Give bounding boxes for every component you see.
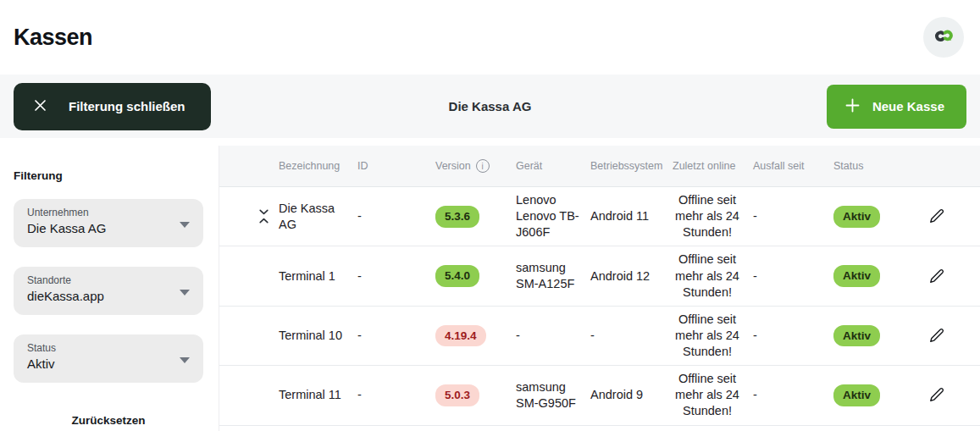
actions-cell — [914, 324, 980, 347]
actions-cell — [914, 265, 980, 288]
table-header-row: Bezeichnung ID Version i Gerät Betriebss… — [219, 146, 980, 187]
select-label: Standorte — [27, 274, 191, 286]
betriebssystem-cell: Android 9 — [590, 387, 673, 403]
status-badge: Aktiv — [833, 384, 880, 406]
col-ausfall-seit: Ausfall seit — [753, 160, 833, 172]
kassen-page: Kassen Filterung schließen Die Kassa AG — [0, 0, 980, 431]
version-cell: 5.0.3 — [435, 384, 516, 406]
pencil-icon — [929, 213, 944, 226]
bezeichnung-cell: Terminal 10 — [279, 328, 357, 344]
col-id: ID — [357, 160, 435, 172]
chevron-up-icon — [259, 218, 269, 224]
version-cell: 5.4.0 — [435, 265, 516, 287]
content: Filterung Unternehmen Die Kassa AG Stand… — [0, 146, 980, 431]
version-badge: 5.4.0 — [435, 265, 479, 287]
col-zuletzt-online: Zuletzt online — [673, 160, 753, 172]
pencil-icon — [929, 274, 944, 286]
expand-row-control[interactable] — [259, 209, 269, 224]
close-filter-button[interactable]: Filterung schließen — [14, 83, 211, 130]
zuletzt-online-text: Offline seit mehr als 24 Stunden! — [673, 312, 742, 360]
table-row: Terminal 11 - 5.0.3 samsung SM-G950F And… — [219, 366, 980, 425]
info-icon[interactable]: i — [476, 159, 490, 173]
ausfall-seit-cell: - — [753, 387, 833, 403]
zuletzt-online-cell: Offline seit mehr als 24 Stunden! — [673, 251, 753, 300]
pencil-icon — [929, 333, 944, 345]
new-kasse-button[interactable]: Neue Kasse — [827, 85, 966, 129]
status-badge: Aktiv — [833, 265, 880, 287]
top-header: Kassen — [0, 0, 980, 75]
new-kasse-label: Neue Kasse — [872, 99, 944, 113]
betriebssystem-cell: Android 11 — [590, 208, 673, 224]
filter-heading: Filterung — [14, 169, 203, 182]
bezeichnung-cell: Terminal 1 — [279, 268, 357, 285]
col-betriebssystem: Betriebssystem — [590, 160, 673, 172]
chevron-cell — [219, 388, 279, 402]
edit-button[interactable] — [926, 324, 948, 346]
status-cell: Aktiv — [833, 206, 914, 228]
page-title: Kassen — [14, 25, 92, 51]
zuletzt-online-cell: Offline seit mehr als 24 Stunden! — [673, 371, 753, 419]
betriebssystem-cell: Android 12 — [590, 268, 673, 285]
close-filter-label: Filterung schließen — [69, 99, 185, 113]
pencil-icon — [929, 392, 944, 405]
status-badge: Aktiv — [833, 206, 880, 228]
chevron-down-icon — [180, 357, 190, 363]
close-icon — [34, 99, 47, 114]
col-status: Status — [833, 160, 914, 172]
geraet-cell: samsung SM-A125F — [516, 260, 590, 292]
actions-cell — [914, 384, 980, 406]
geraet-cell: Lenovo Lenovo TB-J606F — [516, 192, 590, 240]
ausfall-seit-cell: - — [753, 268, 833, 285]
status-cell: Aktiv — [833, 384, 914, 406]
status-badge: Aktiv — [833, 325, 880, 347]
status-cell: Aktiv — [833, 325, 914, 347]
table-body: Die Kassa AG - 5.3.6 Lenovo Lenovo TB-J6… — [219, 187, 980, 426]
edit-button[interactable] — [926, 265, 948, 287]
diekassa-logo-icon — [933, 25, 955, 51]
toolbar: Filterung schließen Die Kassa AG Neue Ka… — [0, 75, 980, 138]
unternehmen-select[interactable]: Unternehmen Die Kassa AG — [14, 199, 203, 247]
chevron-down-icon — [180, 222, 190, 228]
zuletzt-online-cell: Offline seit mehr als 24 Stunden! — [673, 192, 753, 240]
edit-button[interactable] — [926, 384, 948, 406]
chevron-cell — [219, 209, 279, 224]
chevron-down-icon — [180, 290, 190, 296]
actions-cell — [914, 205, 980, 228]
select-label: Status — [27, 342, 191, 354]
table-row: Terminal 10 - 4.19.4 - - Offline seit me… — [219, 307, 980, 366]
select-value: Aktiv — [27, 356, 191, 371]
table-row: Die Kassa AG - 5.3.6 Lenovo Lenovo TB-J6… — [219, 187, 980, 246]
geraet-cell: samsung SM-G950F — [516, 379, 590, 412]
id-cell: - — [357, 328, 435, 344]
version-badge: 5.3.6 — [435, 206, 479, 228]
id-cell: - — [357, 268, 435, 285]
chevron-cell — [219, 269, 279, 284]
bezeichnung-cell: Die Kassa AG — [279, 201, 357, 233]
ausfall-seit-cell: - — [753, 328, 833, 344]
betriebssystem-cell: - — [590, 328, 673, 344]
chevron-cell — [219, 329, 279, 343]
geraet-cell: - — [516, 328, 590, 344]
id-cell: - — [357, 387, 435, 403]
account-avatar[interactable] — [923, 17, 964, 58]
zuletzt-online-text: Offline seit mehr als 24 Stunden! — [673, 371, 742, 419]
col-bezeichnung: Bezeichnung — [279, 160, 357, 172]
status-cell: Aktiv — [833, 265, 914, 287]
zuletzt-online-cell: Offline seit mehr als 24 Stunden! — [673, 312, 753, 360]
status-select[interactable]: Status Aktiv — [14, 334, 203, 383]
reset-filters-button[interactable]: Zurücksetzen — [14, 414, 203, 427]
select-value: Die Kassa AG — [27, 221, 191, 235]
id-cell: - — [357, 208, 435, 224]
zuletzt-online-text: Offline seit mehr als 24 Stunden! — [673, 251, 742, 300]
ausfall-seit-cell: - — [753, 208, 833, 224]
plus-icon — [845, 98, 860, 115]
edit-button[interactable] — [926, 205, 948, 227]
select-label: Unternehmen — [27, 207, 191, 218]
zuletzt-online-text: Offline seit mehr als 24 Stunden! — [673, 192, 742, 240]
version-badge: 4.19.4 — [435, 325, 486, 347]
version-badge: 5.0.3 — [435, 384, 479, 406]
filter-sidebar: Filterung Unternehmen Die Kassa AG Stand… — [0, 146, 219, 431]
col-version-label: Version — [435, 160, 471, 172]
standorte-select[interactable]: Standorte dieKassa.app — [14, 267, 203, 315]
col-geraet: Gerät — [516, 160, 590, 172]
